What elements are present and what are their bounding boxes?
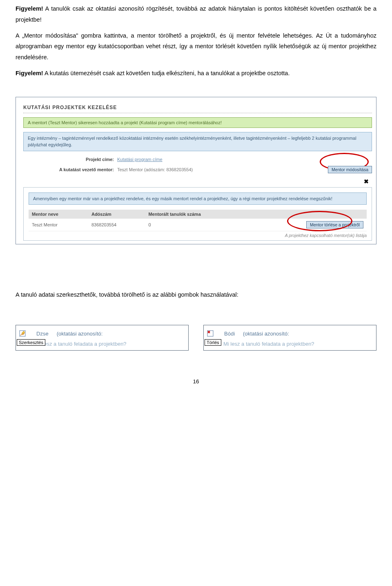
cell-student-count: 0 [145,219,252,231]
warn-bold-1: Figyelem! [16,5,43,12]
info-alert-1: Egy intézmény – tagintézménnyel rendelke… [23,132,372,151]
table-footer-note: A projekthez kapcsolható mentor(ok) list… [29,231,367,238]
divider [23,113,372,113]
success-alert: A mentort (Teszt Mentor) sikeresen hozzá… [23,117,372,128]
app-panel: KUTATÁSI PROJEKTEK KEZELÉSE A mentort (T… [16,97,376,245]
close-icon[interactable]: ✖ [23,177,372,186]
edit-boxes-row: Dzse (oktatási azonosító: Szerkesztés Mi… [16,325,376,351]
col-mentor-name: Mentor neve [29,210,88,219]
document-delete-icon[interactable] [207,330,214,337]
intro-para-3: Figyelem! A kutatás ütemezését csak azt … [16,68,376,79]
student-name-left: Dzse [36,331,49,337]
student-row-left: Dzse (oktatási azonosító: [18,330,187,337]
task-line-right: Mi lesz a tanuló feladata a projektben? [223,341,374,347]
mentor-label: A kutatást vezető mentor: [23,167,117,172]
info-alert-2: Amennyiben egy mentor már van a projekth… [29,192,367,205]
col-tax-number: Adószám [88,210,145,219]
document-edit-icon[interactable] [19,330,26,337]
project-title-label: Projekt címe: [23,157,117,162]
warn-bold-2: Figyelem! [16,70,43,76]
para1-text: A tanulók csak az oktatási azonosító rög… [16,5,376,23]
mentor-modify-button[interactable]: Mentor módosítása [328,166,372,173]
table-header-row: Mentor neve Adószám Mentorált tanulók sz… [29,210,367,219]
project-title-value[interactable]: Kutatási program címe [117,157,163,162]
intro-para-2: A „Mentor módosítása" gombra kattintva, … [16,30,376,63]
mentor-row: A kutatást vezető mentor: Teszt Mentor (… [23,166,372,173]
mentor-list-panel: Amennyiben egy mentor már van a projekth… [23,187,372,241]
para-edit-info: A tanuló adatai szerkeszthetők, továbbá … [16,289,376,300]
table-row: Teszt Mentor 8368203554 0 Mentor törlése… [29,219,367,231]
student-name-right: Bódi [224,331,235,337]
col-actions [252,210,367,219]
page-number: 16 [16,378,376,385]
project-title-row: Projekt címe: Kutatási program címe [23,157,372,162]
student-edit-box-left: Dzse (oktatási azonosító: Szerkesztés Mi… [16,325,189,351]
intro-para-1: Figyelem! A tanulók csak az oktatási azo… [16,3,376,25]
cell-tax-number: 8368203554 [88,219,145,231]
cell-actions: Mentor törlése a projektről [252,219,367,231]
student-row-right: Bódi (oktatási azonosító: [205,330,374,337]
mentor-value: Teszt Mentor (adószám: 8368203554) [117,167,328,172]
panel-title: KUTATÁSI PROJEKTEK KEZELÉSE [23,105,372,110]
task-line-left: Mi lesz a tanuló feladata a projektben? [36,341,187,347]
edit-button[interactable]: Szerkesztés [17,339,45,346]
student-id-label-left: (oktatási azonosító: [57,331,103,337]
student-id-label-right: (oktatási azonosító: [243,331,289,337]
col-student-count: Mentorált tanulók száma [145,210,252,219]
mentor-table: Mentor neve Adószám Mentorált tanulók sz… [29,210,367,231]
delete-button[interactable]: Törlés [205,339,221,346]
student-edit-box-right: Bódi (oktatási azonosító: Törlés Mi lesz… [203,325,376,351]
para3-text: A kutatás ütemezését csak azt követően t… [43,70,290,76]
mentor-delete-button[interactable]: Mentor törlése a projektről [306,221,363,228]
cell-mentor-name: Teszt Mentor [29,219,88,231]
